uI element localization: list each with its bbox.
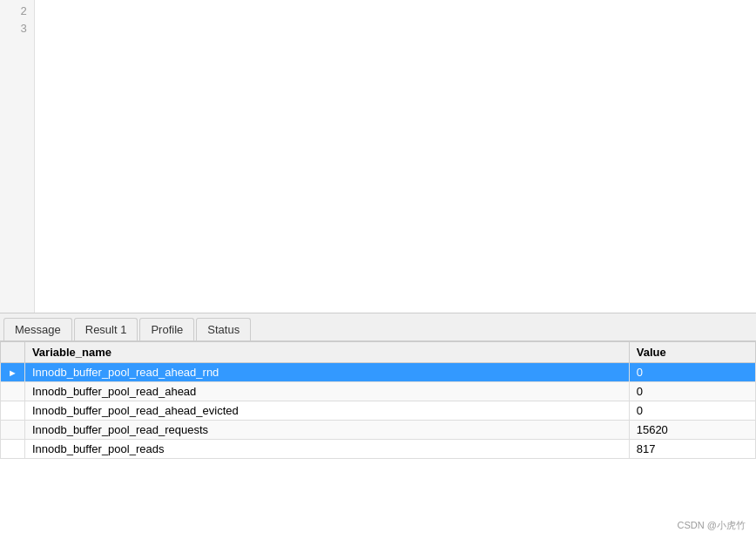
line-numbers: 2 3 — [0, 0, 35, 313]
tabs-bar: Message Result 1 Profile Status — [0, 313, 756, 341]
cell-variable-name: Innodb_buffer_pool_read_requests — [24, 421, 629, 440]
row-indicator — [1, 401, 25, 421]
tab-result1[interactable]: Result 1 — [74, 318, 138, 340]
cell-value: 0 — [629, 401, 755, 421]
cell-value: 0 — [629, 363, 755, 382]
editor-area[interactable]: 2 3 show global status like 'innodb_buff… — [0, 0, 756, 313]
tab-status[interactable]: Status — [196, 318, 251, 340]
column-header-value: Value — [629, 342, 755, 363]
table-row[interactable]: Innodb_buffer_pool_read_requests 15620 — [1, 421, 756, 440]
code-line-2 — [42, 3, 756, 21]
cell-variable-name: Innodb_buffer_pool_read_ahead — [24, 382, 629, 401]
watermark: CSDN @小虎竹 — [678, 519, 746, 532]
cell-value: 15620 — [629, 421, 755, 440]
cell-value: 0 — [629, 382, 755, 401]
table-header-row: Variable_name Value — [1, 342, 756, 363]
cell-variable-name: Innodb_buffer_pool_read_ahead_evicted — [24, 401, 629, 421]
line-number-3: 3 — [0, 21, 34, 38]
table-row[interactable]: Innodb_buffer_pool_read_ahead_evicted 0 — [1, 401, 756, 421]
row-indicator — [1, 421, 25, 440]
kw-status: status — [124, 23, 165, 36]
table-row[interactable]: ► Innodb_buffer_pool_read_ahead_rnd 0 — [1, 363, 756, 382]
cell-variable-name: Innodb_buffer_pool_reads — [24, 440, 629, 459]
code-highlighted: show global status like 'innodb_buffer_p… — [42, 23, 395, 36]
table-row[interactable]: Innodb_buffer_pool_reads 817 — [1, 440, 756, 459]
kw-global: global — [76, 23, 117, 36]
tab-profile[interactable]: Profile — [139, 318, 194, 340]
row-indicator — [1, 382, 25, 401]
row-indicator-header — [1, 342, 25, 363]
results-table: Variable_name Value ► Innodb_buffer_pool… — [0, 341, 756, 459]
table-row[interactable]: Innodb_buffer_pool_read_ahead 0 — [1, 382, 756, 401]
kw-like: like — [171, 23, 198, 36]
row-indicator — [1, 440, 25, 459]
cell-value: 817 — [629, 440, 755, 459]
cell-variable-name: Innodb_buffer_pool_read_ahead_rnd — [24, 363, 629, 382]
str-value: 'innodb_buffer_pool_read%' — [205, 23, 381, 36]
tab-message[interactable]: Message — [3, 318, 72, 340]
line-number-2: 2 — [0, 3, 34, 21]
column-header-variable-name: Variable_name — [24, 342, 629, 363]
semicolon: ; — [388, 23, 395, 36]
row-indicator: ► — [1, 363, 25, 382]
code-content[interactable]: show global status like 'innodb_buffer_p… — [35, 0, 756, 313]
kw-show: show — [42, 23, 69, 36]
code-line-3: show global status like 'innodb_buffer_p… — [42, 21, 756, 38]
results-area[interactable]: Variable_name Value ► Innodb_buffer_pool… — [0, 341, 756, 459]
